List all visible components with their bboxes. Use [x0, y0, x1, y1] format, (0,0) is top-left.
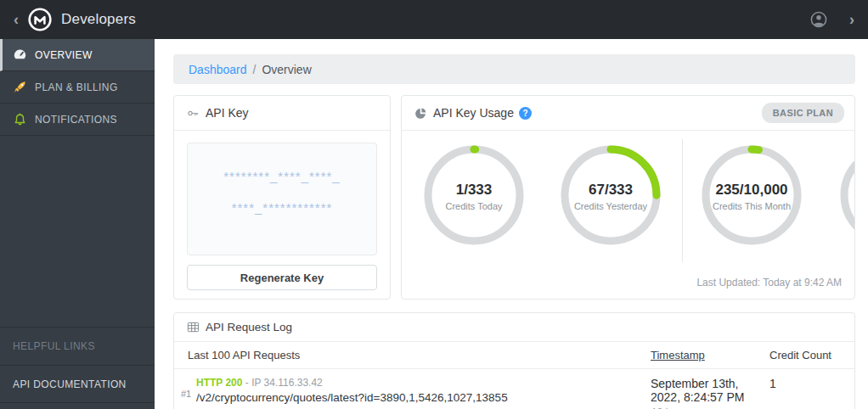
column-timestamp[interactable]: Timestamp: [651, 349, 769, 361]
sidebar-item-label: NOTIFICATIONS: [35, 114, 117, 126]
api-key-card-header: API Key: [174, 96, 390, 131]
sidebar-section-helpful-links: HELPFUL LINKS: [0, 327, 155, 365]
main-content: Dashboard / Overview API Key ********_**…: [155, 39, 868, 409]
api-key-card: API Key ********_****_****_ ****_*******…: [173, 95, 391, 300]
section-label: HELPFUL LINKS: [13, 340, 95, 352]
rocket-icon: [13, 80, 27, 94]
donut-credits-yesterday: 67/333 Credits Yesterday: [560, 144, 662, 246]
gauge-icon: [13, 48, 27, 62]
breadcrumb-current: Overview: [262, 63, 311, 76]
donut-value: 67/333: [589, 182, 633, 199]
card-title: API Key Usage: [433, 106, 514, 120]
table-icon: [187, 321, 200, 333]
donut-credits-today: 1/333 Credits Today: [423, 144, 525, 246]
donut-label: Credits Today: [445, 201, 502, 211]
column-credit-count: Credit Count: [769, 349, 856, 361]
donut-value: 235/10,000: [715, 182, 787, 199]
card-title: API Key: [206, 106, 249, 120]
card-title: API Request Log: [206, 321, 292, 333]
collapse-sidebar-icon[interactable]: ‹: [14, 12, 19, 27]
donut-value: 1/333: [456, 182, 493, 199]
expand-menu-icon[interactable]: ›: [849, 12, 854, 27]
key-icon: [187, 107, 200, 120]
row-index: #1: [174, 377, 196, 409]
sidebar-item-api-documentation[interactable]: API DOCUMENTATION: [0, 365, 155, 403]
donut-label: Credits Yesterday: [574, 201, 647, 211]
request-timestamp: September 13th, 2022, 8:24:57 PM: [651, 377, 769, 404]
api-request-log-card: API Request Log Last 100 API Requests Ti…: [173, 312, 855, 409]
masked-key-line: ********_****_****_: [223, 169, 340, 183]
request-ip: - IP 34.116.33.42: [245, 377, 323, 389]
sidebar-bottom-section: HELPFUL LINKS API DOCUMENTATION: [0, 327, 155, 403]
sidebar-item-label: API DOCUMENTATION: [13, 378, 127, 390]
bell-icon: [13, 112, 27, 126]
api-key-usage-card: API Key Usage ? BASIC PLAN 1/333 Credits…: [401, 95, 855, 300]
sidebar-item-plan-billing[interactable]: PLAN & BILLING: [0, 71, 155, 104]
donut-divider: [682, 139, 683, 262]
sidebar-item-label: OVERVIEW: [35, 49, 93, 61]
breadcrumb: Dashboard / Overview: [173, 54, 855, 84]
request-credit-count: 1: [769, 377, 856, 409]
table-row: #1 HTTP 200 - IP 34.116.33.42 /v2/crypto…: [174, 369, 854, 409]
breadcrumb-link-dashboard[interactable]: Dashboard: [189, 63, 247, 76]
pie-chart-icon: [414, 107, 427, 120]
masked-api-key[interactable]: ********_****_****_ ****_************: [187, 143, 377, 255]
log-card-header: API Request Log: [174, 313, 854, 341]
top-bar: ‹ Developers ›: [0, 0, 868, 39]
log-table-header: Last 100 API Requests Timestamp Credit C…: [174, 341, 854, 369]
help-icon[interactable]: ?: [519, 107, 532, 120]
column-last-100-requests: Last 100 API Requests: [174, 349, 651, 361]
sidebar-item-label: PLAN & BILLING: [35, 81, 118, 93]
sidebar-item-overview[interactable]: OVERVIEW: [0, 39, 155, 71]
usage-donuts-area: 1/333 Credits Today 67/333 Credits Yeste…: [402, 131, 854, 299]
donut-credits-this-month: 235/10,000 Credits This Month: [701, 144, 803, 246]
user-avatar-icon[interactable]: [810, 11, 827, 28]
coinmarketcap-logo: [27, 7, 53, 32]
sidebar-item-notifications[interactable]: NOTIFICATIONS: [0, 104, 155, 136]
usage-card-header: API Key Usage ? BASIC PLAN: [402, 96, 854, 131]
sidebar: OVERVIEW PLAN & BILLING NOTIFICATIONS HE…: [0, 39, 155, 409]
donut-label: Credits This Month: [713, 201, 791, 211]
http-status: HTTP 200: [196, 377, 242, 389]
request-path: /v2/cryptocurrency/quotes/latest?id=3890…: [196, 391, 508, 404]
breadcrumb-separator: /: [253, 63, 256, 76]
masked-key-line: ****_************: [232, 200, 333, 215]
donut-partial-clipped: [839, 144, 854, 246]
regenerate-key-button[interactable]: Regenerate Key: [187, 265, 377, 290]
app-title: Developers: [61, 11, 136, 28]
last-updated-text: Last Updated: Today at 9:42 AM: [696, 277, 842, 289]
plan-badge: BASIC PLAN: [762, 103, 844, 123]
